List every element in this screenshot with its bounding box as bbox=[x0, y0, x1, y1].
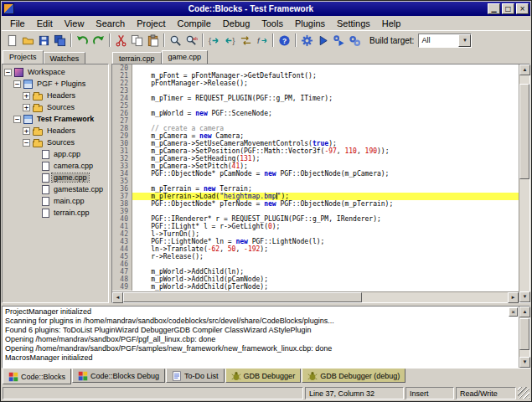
collapse-icon[interactable]: − bbox=[13, 116, 21, 123]
chevron-down-icon[interactable]: ▼ bbox=[458, 34, 471, 47]
menu-item-view[interactable]: View bbox=[59, 18, 90, 29]
tree-item-game-cpp[interactable]: game.cpp bbox=[3, 172, 108, 183]
code-line[interactable]: 33 m_pCamera->SetPitch(41); bbox=[112, 162, 519, 170]
tree-item-app-cpp[interactable]: app.cpp bbox=[3, 148, 108, 160]
menu-item-compile[interactable]: Compile bbox=[171, 18, 216, 29]
resize-grip[interactable] bbox=[518, 387, 529, 399]
new-file-button[interactable] bbox=[4, 33, 20, 49]
code-line[interactable]: 42 l->TurnOn(); bbox=[112, 230, 519, 238]
menu-item-edit[interactable]: Edit bbox=[31, 18, 59, 29]
code-line[interactable]: 45 r->Release(); bbox=[112, 253, 519, 260]
code-line[interactable]: 23 bbox=[112, 87, 519, 95]
paste-button[interactable] bbox=[145, 33, 161, 49]
code-line[interactable]: 48 m_pWorld->AddChild(pCamNode); bbox=[112, 276, 519, 283]
compile-button[interactable] bbox=[299, 33, 315, 49]
tree-item-main-cpp[interactable]: main.cpp bbox=[3, 195, 108, 207]
hscroll-thumb[interactable] bbox=[123, 292, 362, 302]
expand-icon[interactable]: + bbox=[23, 92, 30, 100]
code-line[interactable]: 40 PGF::IRenderer* r = REQUEST_PLUGIN(PG… bbox=[112, 215, 519, 223]
code-line[interactable]: 32 m_pCamera->SetHeading(131); bbox=[112, 155, 519, 162]
log-scroll-up-button[interactable]: ▲ bbox=[519, 307, 530, 317]
copy-button[interactable] bbox=[129, 33, 145, 49]
message-tab-code-blocks-debug[interactable]: Code::Blocks Debug bbox=[72, 368, 165, 383]
message-tab-gdb-debugger-debug[interactable]: GDB Debugger (debug) bbox=[302, 368, 405, 383]
save-file-button[interactable] bbox=[36, 33, 52, 49]
code-line[interactable]: 39 bbox=[112, 208, 519, 215]
maximize-button[interactable]: □ bbox=[502, 3, 514, 14]
scroll-up-button[interactable]: ▲ bbox=[519, 64, 530, 75]
scroll-down-button[interactable]: ▼ bbox=[519, 291, 530, 302]
menu-item-plugins[interactable]: Plugins bbox=[289, 18, 331, 29]
tree-item-terrain-cpp[interactable]: terrain.cpp bbox=[3, 207, 108, 219]
collapse-icon[interactable]: − bbox=[23, 139, 30, 147]
horizontal-scrollbar[interactable]: ◄ ► bbox=[112, 291, 519, 302]
tab-projects[interactable]: Projects bbox=[3, 50, 44, 64]
build-target-combo[interactable]: All ▼ bbox=[418, 34, 472, 48]
code-line[interactable]: 43 PGF::LightNode* ln = new PGF::LightNo… bbox=[112, 238, 519, 245]
code-line[interactable]: 25 bbox=[112, 102, 519, 110]
tree-item-gamestate-cpp[interactable]: gamestate.cpp bbox=[3, 183, 108, 195]
cut-button[interactable] bbox=[113, 33, 129, 49]
collapse-icon[interactable]: − bbox=[4, 69, 12, 76]
code-line[interactable]: 34 PGF::ObjectNode* pCamNode = new PGF::… bbox=[112, 170, 519, 178]
compile-and-run-button[interactable] bbox=[331, 33, 347, 49]
tree-item-camera-cpp[interactable]: camera.cpp bbox=[3, 160, 108, 172]
code-line[interactable]: 27 bbox=[112, 117, 519, 125]
code-area[interactable]: 2021 m_pFont = pFontManager->GetDefaultF… bbox=[112, 64, 519, 291]
log-scrollbar[interactable]: ▲ ▼ bbox=[519, 307, 529, 368]
code-line[interactable]: 28 // create a camera bbox=[112, 125, 519, 132]
goto-declaration-button[interactable]: { bbox=[206, 33, 222, 49]
tree-item-sources[interactable]: −Sources bbox=[3, 137, 108, 148]
close-log-button[interactable]: × bbox=[509, 307, 518, 317]
message-tab-to-do-list[interactable]: To-Do List bbox=[166, 368, 225, 383]
menu-item-debug[interactable]: Debug bbox=[217, 18, 256, 29]
code-line[interactable]: 24 m_pTimer = REQUEST_PLUGIN(PGF::g_PM, … bbox=[112, 95, 519, 102]
replace-button[interactable]: ab bbox=[183, 33, 199, 49]
code-line[interactable]: 20 bbox=[112, 64, 519, 72]
menu-item-project[interactable]: Project bbox=[131, 18, 171, 29]
tab-watches[interactable]: Watches bbox=[44, 52, 86, 64]
save-all-button[interactable] bbox=[52, 33, 68, 49]
code-line[interactable]: 22 pFontManager->Release(); bbox=[112, 80, 519, 87]
code-line[interactable]: 21 m_pFont = pFontManager->GetDefaultFon… bbox=[112, 72, 519, 80]
vscroll-thumb[interactable] bbox=[519, 84, 529, 179]
editor-tab-terrain-cpp[interactable]: terrain.cpp bbox=[112, 52, 162, 64]
tree-item-headers[interactable]: +Headers bbox=[3, 90, 108, 101]
rebuild-button[interactable] bbox=[347, 33, 363, 49]
expand-icon[interactable]: + bbox=[23, 127, 30, 135]
title-bar[interactable]: Code::Blocks - Test Framework ▁ □ × bbox=[2, 2, 530, 16]
menu-item-settings[interactable]: Settings bbox=[331, 18, 376, 29]
tree-item-pgf-plugins[interactable]: −PGF + Plugins bbox=[3, 78, 108, 90]
code-line[interactable]: 46 bbox=[112, 260, 519, 268]
minimize-button[interactable]: ▁ bbox=[488, 3, 500, 14]
scroll-right-button[interactable]: ► bbox=[508, 292, 519, 303]
message-tab-gdb-debugger[interactable]: GDB Debugger bbox=[225, 368, 302, 383]
editor-tab-game-cpp[interactable]: game.cpp bbox=[162, 50, 209, 64]
log-scroll-down-button[interactable]: ▼ bbox=[519, 357, 530, 368]
expand-icon[interactable]: + bbox=[23, 104, 30, 111]
goto-implementation-button[interactable]: } bbox=[222, 33, 238, 49]
find-button[interactable] bbox=[168, 33, 183, 49]
goto-function-button[interactable]: f bbox=[254, 33, 270, 49]
vertical-scrollbar[interactable]: ▲ ▼ bbox=[519, 64, 529, 302]
tree-item-test-framework[interactable]: −Test Framework bbox=[3, 113, 108, 125]
code-line[interactable]: 26 m_pWorld = new PGF::SceneNode; bbox=[112, 110, 519, 117]
redo-button[interactable] bbox=[90, 33, 106, 49]
code-line[interactable]: 47 m_pWorld->AddChild(ln); bbox=[112, 268, 519, 276]
code-line[interactable]: 41 PGF::ILight* l = r->GetLight(0); bbox=[112, 223, 519, 230]
log-scroll-thumb[interactable] bbox=[519, 318, 529, 350]
menu-item-search[interactable]: Search bbox=[90, 18, 131, 29]
undo-button[interactable] bbox=[75, 33, 90, 49]
code-line[interactable]: 31 m_pCamera->SetPosition(PGF::Math::Vec… bbox=[112, 147, 519, 155]
vscroll-track[interactable] bbox=[519, 75, 529, 291]
tree-item-workspace[interactable]: −Workspace bbox=[3, 66, 108, 78]
run-button[interactable] bbox=[315, 33, 331, 49]
code-line[interactable]: 36 m_pTerrain = new Terrain; bbox=[112, 185, 519, 193]
tree-item-headers[interactable]: +Headers bbox=[3, 125, 108, 137]
swap-header-source-button[interactable] bbox=[238, 33, 254, 49]
code-line[interactable]: 35 bbox=[112, 178, 519, 185]
close-button[interactable]: × bbox=[516, 3, 529, 14]
code-line[interactable]: 44 ln->Translate(-62, 50, -192); bbox=[112, 245, 519, 253]
code-line[interactable]: 49 m_pWorld->AddChild(pTerNode); bbox=[112, 283, 519, 291]
help-button[interactable]: ? bbox=[276, 33, 292, 49]
